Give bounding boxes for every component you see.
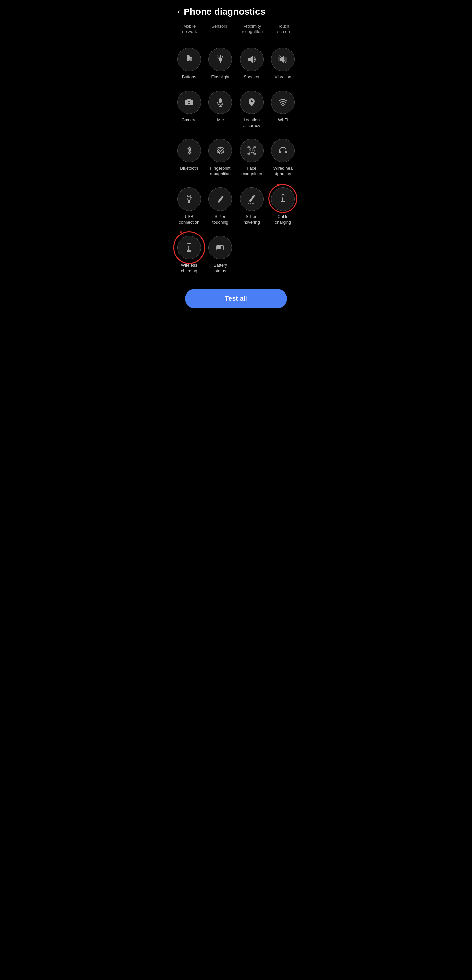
fingerprint-icon <box>215 145 226 156</box>
battery-icon-circle <box>208 236 232 259</box>
bluetooth-label: Bluetooth <box>180 165 198 171</box>
fingerprint-icon-circle <box>208 139 232 162</box>
speaker-icon <box>246 54 257 65</box>
back-button[interactable]: ‹ <box>177 8 180 16</box>
svg-rect-0 <box>186 56 190 60</box>
svg-rect-39 <box>223 247 224 248</box>
grid-item-face[interactable]: Facerecognition <box>236 133 267 181</box>
spen-hover-icon <box>246 194 257 204</box>
spen-hovering-label: S Penhovering <box>243 214 260 225</box>
svg-marker-4 <box>248 56 253 63</box>
grid-item-usb[interactable]: USBconnection <box>173 181 205 230</box>
location-icon <box>246 97 257 108</box>
svg-rect-20 <box>254 153 256 154</box>
grid-item-flashlight[interactable]: Flashlight <box>205 41 236 84</box>
svg-rect-25 <box>285 151 287 153</box>
spen-touching-label: S Pentouching <box>212 214 229 225</box>
svg-rect-32 <box>188 201 190 203</box>
top-tabs: Mobilenetwork Sensors Proximityrecogniti… <box>172 22 300 39</box>
wireless-charge-icon <box>184 242 194 253</box>
usb-icon <box>184 194 194 204</box>
grid-item-wifi[interactable]: Wi-Fi <box>267 84 299 133</box>
speaker-label: Speaker <box>244 75 260 80</box>
camera-icon-circle <box>177 91 201 114</box>
speaker-icon-circle <box>240 48 264 71</box>
grid-item-mic[interactable]: Mic <box>205 84 236 133</box>
svg-rect-12 <box>219 99 222 103</box>
svg-point-22 <box>250 150 251 151</box>
headphones-icon <box>278 145 288 156</box>
svg-rect-36 <box>282 194 284 196</box>
flashlight-icon-circle <box>208 48 232 71</box>
buttons-icon <box>184 54 194 65</box>
svg-rect-19 <box>248 153 250 154</box>
page-title: Phone diagnostics <box>184 6 265 17</box>
location-icon-circle <box>240 91 264 114</box>
grid-item-speaker[interactable]: Speaker <box>236 41 267 84</box>
fingerprint-label: Fingerprintrecognition <box>210 165 231 177</box>
test-all-button[interactable]: Test all <box>185 289 287 308</box>
vibration-icon-circle <box>271 48 295 71</box>
svg-rect-1 <box>191 57 192 59</box>
grid-item-spen-touching[interactable]: S Pentouching <box>205 181 236 230</box>
battery-label: Batterystatus <box>214 263 227 274</box>
battery-icon <box>215 242 226 253</box>
flashlight-label: Flashlight <box>211 75 229 80</box>
usb-icon-circle <box>177 187 201 211</box>
cable-charge-icon <box>278 194 288 204</box>
face-icon-circle <box>240 139 264 162</box>
camera-label: Camera <box>181 118 197 123</box>
face-label: Facerecognition <box>241 165 262 177</box>
grid-item-location[interactable]: Locationaccuracy <box>236 84 267 133</box>
vibration-label: Vibration <box>275 75 291 80</box>
camera-icon <box>184 97 194 108</box>
tab-proximity[interactable]: Proximityrecognition <box>242 24 263 35</box>
svg-point-16 <box>282 105 283 106</box>
grid-item-bluetooth[interactable]: Bluetooth <box>173 133 205 181</box>
tab-mobile-network[interactable]: Mobilenetwork <box>182 24 197 35</box>
grid-item-cable-charging[interactable]: ↗ Cablecharging <box>267 181 299 230</box>
buttons-label: Buttons <box>182 75 196 80</box>
svg-rect-17 <box>248 146 250 148</box>
tab-sensors[interactable]: Sensors <box>211 24 227 35</box>
tab-touch-screen[interactable]: Touchscreen <box>277 24 290 35</box>
mic-icon <box>215 97 226 108</box>
wifi-label: Wi-Fi <box>278 118 288 123</box>
vibration-icon <box>278 54 288 65</box>
grid-item-wired-headphones[interactable]: Wired headphones <box>267 133 299 181</box>
headphones-icon-circle <box>271 139 295 162</box>
svg-point-11 <box>188 102 190 103</box>
usb-label: USBconnection <box>179 214 199 225</box>
cable-charge-icon-circle <box>271 187 295 211</box>
buttons-icon-circle <box>177 48 201 71</box>
svg-rect-24 <box>279 151 281 153</box>
wireless-charge-icon-circle <box>177 236 201 259</box>
grid-item-camera[interactable]: Camera <box>173 84 205 133</box>
svg-point-15 <box>251 100 253 102</box>
mic-icon-circle <box>208 91 232 114</box>
face-icon <box>246 145 257 156</box>
grid-item-wireless-charging[interactable]: ↖ Wirelesscharging <box>173 230 205 278</box>
diagnostics-grid: Buttons Flashlight Speaker <box>172 39 300 281</box>
svg-rect-18 <box>254 146 256 148</box>
svg-rect-2 <box>191 59 192 60</box>
flashlight-icon <box>215 54 226 65</box>
grid-item-vibration[interactable]: Vibration <box>267 41 299 84</box>
bluetooth-icon <box>184 145 194 156</box>
wifi-icon-circle <box>271 91 295 114</box>
spen-hover-icon-circle <box>240 187 264 211</box>
header: ‹ Phone diagnostics <box>172 0 300 22</box>
svg-rect-37 <box>187 244 191 250</box>
grid-item-fingerprint[interactable]: Fingerprintrecognition <box>205 133 236 181</box>
svg-point-23 <box>252 150 253 151</box>
grid-item-battery[interactable]: Batterystatus <box>205 230 236 278</box>
wireless-charging-label: Wirelesscharging <box>181 263 197 274</box>
spen-touch-icon-circle <box>208 187 232 211</box>
grid-item-spen-hovering[interactable]: S Penhovering <box>236 181 267 230</box>
wifi-icon <box>278 97 288 108</box>
svg-rect-40 <box>217 246 221 249</box>
headphones-label: Wired headphones <box>273 165 293 177</box>
spen-touch-icon <box>215 194 226 204</box>
bluetooth-icon-circle <box>177 139 201 162</box>
grid-item-buttons[interactable]: Buttons <box>173 41 205 84</box>
